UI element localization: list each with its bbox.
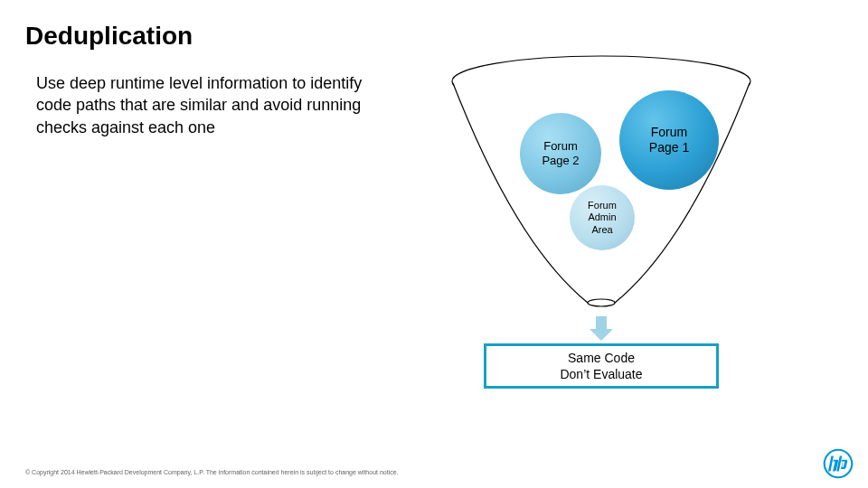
bubble-label: ForumPage 1	[649, 125, 689, 155]
output-line-2: Don’t Evaluate	[560, 366, 642, 382]
funnel-bubble-forum-admin-area: ForumAdminArea	[570, 185, 635, 250]
svg-point-1	[588, 299, 615, 306]
output-box: Same Code Don’t Evaluate	[484, 343, 719, 389]
output-line-1: Same Code	[568, 350, 635, 366]
funnel-bubble-forum-page-2: ForumPage 2	[520, 113, 601, 194]
down-arrow-icon	[586, 316, 617, 342]
svg-rect-2	[596, 316, 607, 329]
funnel-diagram: ForumPage 1 ForumPage 2 ForumAdminArea S…	[443, 54, 760, 389]
bubble-label: ForumAdminArea	[588, 200, 617, 236]
page-title: Deduplication	[25, 22, 193, 51]
svg-marker-3	[590, 329, 613, 341]
hp-logo-icon	[823, 448, 854, 479]
funnel-bubble-forum-page-1: ForumPage 1	[619, 90, 719, 190]
page-subtitle: Use deep runtime level information to id…	[36, 72, 389, 138]
copyright-footer: © Copyright 2014 Hewlett-Packard Develop…	[25, 469, 399, 475]
bubble-label: ForumPage 2	[542, 139, 579, 167]
